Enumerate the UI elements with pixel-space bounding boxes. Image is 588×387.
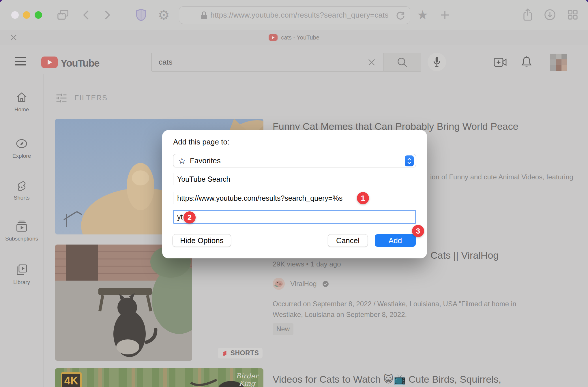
add-button[interactable]: Add	[375, 234, 416, 247]
shorts-badge-label: SHORTS	[231, 349, 259, 357]
keyword-input[interactable]: yt	[173, 210, 416, 224]
birder-king-watermark: Birder King	[236, 372, 258, 387]
notifications-bell-icon[interactable]	[521, 56, 532, 69]
chevron-down-icon	[407, 161, 411, 164]
cancel-button[interactable]: Cancel	[328, 234, 368, 247]
video-thumbnail-viralhog-cats[interactable]	[55, 245, 192, 361]
filters-icon[interactable]	[55, 92, 68, 104]
youtube-favicon	[269, 34, 278, 41]
address-bar[interactable]: https://www.youtube.com/results?search_q…	[179, 6, 410, 24]
channel-avatar	[273, 278, 285, 290]
reload-icon[interactable]	[396, 11, 405, 20]
sidebar-divider	[43, 74, 44, 387]
tab-overview-icon[interactable]	[57, 10, 69, 20]
annotation-step-3-badge: 3	[412, 225, 424, 237]
sidebar-item-home[interactable]: Home	[0, 91, 43, 113]
results-divider	[55, 109, 576, 109]
subscriptions-icon	[15, 220, 28, 233]
tab-title: cats - YouTube	[281, 34, 319, 41]
traffic-zoom-button[interactable]	[35, 11, 42, 19]
share-icon[interactable]	[522, 8, 533, 21]
shorts-badge-icon	[222, 350, 228, 357]
library-icon	[15, 264, 28, 276]
browser-toolbar: ⚙ https://www.youtube.com/results?search…	[0, 0, 588, 30]
channel-name[interactable]: ViralHog	[290, 280, 317, 288]
traffic-close-button[interactable]	[11, 11, 19, 19]
address-url: https://www.youtube.com/results?search_q…	[210, 11, 389, 20]
result-title[interactable]: Videos for Cats to Watch 😺📺 Cute Birds, …	[273, 373, 538, 385]
active-tab[interactable]: cats - YouTube	[0, 30, 588, 45]
result-meta: 29K views • 1 day ago	[273, 260, 341, 268]
shield-icon[interactable]	[136, 9, 147, 21]
vegetation-image	[55, 368, 263, 387]
result-title-fragment[interactable]: Cats || ViralHog	[430, 250, 499, 261]
channel-row[interactable]: ViralHog	[273, 278, 329, 290]
favorites-star-icon: ☆	[178, 156, 186, 166]
sidebar-item-label: Explore	[0, 153, 43, 159]
bookmark-name-value: YouTube Search	[177, 175, 230, 183]
youtube-wordmark[interactable]: YouTube	[61, 57, 99, 69]
downloads-icon[interactable]	[544, 9, 556, 20]
add-page-dialog: Add this page to: ☆ Favorites YouTube Se…	[162, 130, 427, 258]
shorts-badge: SHORTS	[218, 348, 263, 358]
filters-label[interactable]: FILTERS	[74, 94, 108, 102]
tab-bar: cats - YouTube	[0, 30, 588, 45]
shorts-icon	[16, 180, 28, 192]
lock-icon	[201, 11, 207, 20]
annotation-step-2-badge: 2	[183, 211, 196, 223]
explore-compass-icon	[15, 137, 28, 150]
youtube-search-button[interactable]	[383, 53, 421, 72]
gear-icon[interactable]: ⚙	[158, 8, 170, 22]
bookmark-url-value: https://www.youtube.com/results?search_q…	[177, 194, 342, 202]
hide-options-button[interactable]: Hide Options	[173, 234, 231, 247]
create-video-icon[interactable]	[494, 57, 507, 67]
youtube-search-value: cats	[152, 58, 368, 67]
chevron-up-icon	[407, 158, 411, 161]
sidebar-item-explore[interactable]: Explore	[0, 137, 43, 159]
voice-search-button[interactable]	[428, 53, 446, 71]
hamburger-menu-icon[interactable]	[15, 57, 26, 65]
mic-icon	[432, 56, 442, 68]
sidebar-item-label: Subscriptions	[0, 236, 43, 242]
search-clear-icon[interactable]	[368, 58, 376, 66]
bookmark-name-input[interactable]: YouTube Search	[173, 173, 416, 185]
forward-icon[interactable]	[104, 10, 111, 20]
traffic-minimize-button[interactable]	[23, 11, 30, 19]
youtube-header: YouTube cats	[0, 45, 588, 74]
folder-select-value: Favorites	[190, 156, 221, 165]
cat-courtyard-image	[55, 245, 192, 361]
sidebar-item-label: Library	[0, 279, 43, 285]
bookmark-url-input[interactable]: https://www.youtube.com/results?search_q…	[173, 192, 416, 204]
sidebar-item-library[interactable]: Library	[0, 264, 43, 285]
extensions-grid-icon[interactable]	[567, 9, 578, 20]
account-avatar[interactable]	[550, 54, 567, 71]
bookmark-star-icon[interactable]: ★	[417, 9, 428, 21]
desktop: ⚙ https://www.youtube.com/results?search…	[0, 0, 588, 387]
browser-window: ⚙ https://www.youtube.com/results?search…	[0, 0, 588, 387]
result-description-fragment: ion of Funny and cute Animal Videos, fea…	[430, 173, 573, 181]
home-icon	[15, 91, 28, 104]
keyword-value: yt	[177, 213, 183, 221]
sidebar-item-shorts[interactable]: Shorts	[0, 180, 43, 201]
folder-select[interactable]: ☆ Favorites	[173, 154, 416, 167]
sidebar-item-label: Shorts	[0, 195, 43, 201]
video-thumbnail-videos-for-cats[interactable]: 4K Birder King	[55, 368, 263, 387]
result-description: Occurred on September 8, 2022 / Westlake…	[273, 298, 545, 320]
youtube-logo-icon[interactable]	[41, 57, 58, 68]
select-stepper	[405, 155, 414, 166]
4k-badge: 4K	[61, 372, 82, 387]
verified-badge-icon	[322, 281, 329, 287]
magnifier-icon	[397, 57, 407, 67]
youtube-search-input[interactable]: cats	[151, 53, 383, 72]
new-badge: New	[273, 323, 293, 335]
dialog-label: Add this page to:	[173, 138, 229, 146]
annotation-step-1-badge: 1	[357, 192, 369, 204]
sidebar-item-label: Home	[0, 106, 43, 113]
back-icon[interactable]	[83, 10, 89, 20]
new-tab-plus-icon[interactable]	[440, 10, 450, 20]
sidebar-item-subscriptions[interactable]: Subscriptions	[0, 220, 43, 242]
